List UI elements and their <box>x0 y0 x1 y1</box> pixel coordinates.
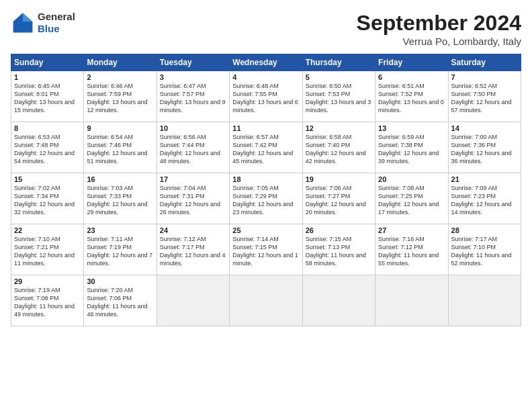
calendar-cell <box>375 275 448 326</box>
day-info: Sunrise: 7:00 AMSunset: 7:36 PMDaylight:… <box>451 134 512 165</box>
calendar-cell: 26 Sunrise: 7:15 AMSunset: 7:13 PMDaylig… <box>302 224 375 275</box>
logo-text: General Blue <box>38 11 75 35</box>
day-number: 4 <box>232 73 299 81</box>
calendar-table: SundayMondayTuesdayWednesdayThursdayFrid… <box>11 54 521 326</box>
calendar-cell: 23 Sunrise: 7:11 AMSunset: 7:19 PMDaylig… <box>84 224 157 275</box>
day-number: 10 <box>160 124 226 132</box>
location-title: Verrua Po, Lombardy, Italy <box>357 36 521 47</box>
calendar-cell: 9 Sunrise: 6:54 AMSunset: 7:46 PMDayligh… <box>84 122 157 173</box>
day-info: Sunrise: 6:57 AMSunset: 7:42 PMDaylight:… <box>232 134 293 165</box>
svg-marker-2 <box>13 13 23 22</box>
day-number: 8 <box>14 124 81 132</box>
calendar-cell: 6 Sunrise: 6:51 AMSunset: 7:52 PMDayligh… <box>375 71 448 122</box>
day-number: 2 <box>87 73 153 81</box>
day-number: 7 <box>451 73 518 81</box>
calendar-cell: 25 Sunrise: 7:14 AMSunset: 7:15 PMDaylig… <box>230 224 302 275</box>
day-info: Sunrise: 6:50 AMSunset: 7:53 PMDaylight:… <box>306 83 371 113</box>
calendar-cell <box>448 275 521 326</box>
day-info: Sunrise: 7:09 AMSunset: 7:23 PMDaylight:… <box>451 185 512 216</box>
day-info: Sunrise: 7:15 AMSunset: 7:13 PMDaylight:… <box>306 236 366 267</box>
calendar-cell: 17 Sunrise: 7:04 AMSunset: 7:31 PMDaylig… <box>157 173 229 224</box>
day-info: Sunrise: 6:56 AMSunset: 7:44 PMDaylight:… <box>160 134 220 165</box>
col-header-tuesday: Tuesday <box>157 54 229 71</box>
day-number: 12 <box>306 124 372 132</box>
calendar-cell: 16 Sunrise: 7:03 AMSunset: 7:33 PMDaylig… <box>84 173 157 224</box>
header: General Blue September 2024 Verrua Po, L… <box>11 11 521 47</box>
calendar-cell: 20 Sunrise: 7:08 AMSunset: 7:25 PMDaylig… <box>375 173 448 224</box>
day-info: Sunrise: 6:52 AMSunset: 7:50 PMDaylight:… <box>451 83 512 113</box>
day-info: Sunrise: 7:02 AMSunset: 7:34 PMDaylight:… <box>14 185 75 216</box>
day-info: Sunrise: 7:19 AMSunset: 7:08 PMDaylight:… <box>14 287 75 318</box>
week-row-1: 1 Sunrise: 6:45 AMSunset: 8:01 PMDayligh… <box>11 71 521 122</box>
day-number: 17 <box>160 175 226 183</box>
day-info: Sunrise: 7:14 AMSunset: 7:15 PMDaylight:… <box>232 236 298 267</box>
calendar-cell: 15 Sunrise: 7:02 AMSunset: 7:34 PMDaylig… <box>11 173 84 224</box>
day-number: 1 <box>14 73 81 81</box>
calendar-cell: 18 Sunrise: 7:05 AMSunset: 7:29 PMDaylig… <box>230 173 302 224</box>
calendar-cell: 22 Sunrise: 7:10 AMSunset: 7:21 PMDaylig… <box>11 224 84 275</box>
day-number: 18 <box>232 175 299 183</box>
day-number: 19 <box>306 175 372 183</box>
day-info: Sunrise: 7:17 AMSunset: 7:10 PMDaylight:… <box>451 236 512 267</box>
logo-icon <box>11 11 35 35</box>
calendar-cell: 7 Sunrise: 6:52 AMSunset: 7:50 PMDayligh… <box>448 71 521 122</box>
day-info: Sunrise: 7:08 AMSunset: 7:25 PMDaylight:… <box>378 185 439 216</box>
day-info: Sunrise: 6:51 AMSunset: 7:52 PMDaylight:… <box>378 83 444 113</box>
day-info: Sunrise: 6:47 AMSunset: 7:57 PMDaylight:… <box>160 83 226 113</box>
col-header-monday: Monday <box>84 54 157 71</box>
calendar-cell: 19 Sunrise: 7:06 AMSunset: 7:27 PMDaylig… <box>302 173 375 224</box>
calendar-cell: 14 Sunrise: 7:00 AMSunset: 7:36 PMDaylig… <box>448 122 521 173</box>
day-info: Sunrise: 7:03 AMSunset: 7:33 PMDaylight:… <box>87 185 147 216</box>
calendar-cell: 11 Sunrise: 6:57 AMSunset: 7:42 PMDaylig… <box>230 122 302 173</box>
calendar-cell: 1 Sunrise: 6:45 AMSunset: 8:01 PMDayligh… <box>11 71 84 122</box>
week-row-5: 29 Sunrise: 7:19 AMSunset: 7:08 PMDaylig… <box>11 275 521 326</box>
calendar-cell: 5 Sunrise: 6:50 AMSunset: 7:53 PMDayligh… <box>302 71 375 122</box>
day-info: Sunrise: 7:04 AMSunset: 7:31 PMDaylight:… <box>160 185 220 216</box>
col-header-friday: Friday <box>375 54 448 71</box>
day-info: Sunrise: 7:11 AMSunset: 7:19 PMDaylight:… <box>87 236 152 267</box>
calendar-cell: 12 Sunrise: 6:58 AMSunset: 7:40 PMDaylig… <box>302 122 375 173</box>
calendar-cell: 10 Sunrise: 6:56 AMSunset: 7:44 PMDaylig… <box>157 122 229 173</box>
day-number: 26 <box>306 226 372 234</box>
day-number: 24 <box>160 226 226 234</box>
day-number: 29 <box>14 277 81 285</box>
day-number: 11 <box>232 124 299 132</box>
col-header-wednesday: Wednesday <box>230 54 302 71</box>
calendar-cell: 8 Sunrise: 6:53 AMSunset: 7:48 PMDayligh… <box>11 122 84 173</box>
day-number: 20 <box>378 175 445 183</box>
calendar-cell <box>302 275 375 326</box>
calendar-cell <box>157 275 229 326</box>
calendar-cell: 21 Sunrise: 7:09 AMSunset: 7:23 PMDaylig… <box>448 173 521 224</box>
day-info: Sunrise: 7:05 AMSunset: 7:29 PMDaylight:… <box>232 185 293 216</box>
col-header-saturday: Saturday <box>448 54 521 71</box>
day-info: Sunrise: 7:10 AMSunset: 7:21 PMDaylight:… <box>14 236 75 267</box>
day-info: Sunrise: 7:20 AMSunset: 7:06 PMDaylight:… <box>87 287 147 318</box>
day-info: Sunrise: 6:54 AMSunset: 7:46 PMDaylight:… <box>87 134 147 165</box>
calendar-cell: 28 Sunrise: 7:17 AMSunset: 7:10 PMDaylig… <box>448 224 521 275</box>
calendar-cell: 30 Sunrise: 7:20 AMSunset: 7:06 PMDaylig… <box>84 275 157 326</box>
day-info: Sunrise: 7:16 AMSunset: 7:12 PMDaylight:… <box>378 236 439 267</box>
day-number: 5 <box>306 73 372 81</box>
month-title: September 2024 <box>357 11 521 36</box>
calendar-cell: 24 Sunrise: 7:12 AMSunset: 7:17 PMDaylig… <box>157 224 229 275</box>
calendar-cell <box>230 275 302 326</box>
day-number: 16 <box>87 175 153 183</box>
calendar-cell: 2 Sunrise: 6:46 AMSunset: 7:59 PMDayligh… <box>84 71 157 122</box>
day-info: Sunrise: 7:06 AMSunset: 7:27 PMDaylight:… <box>306 185 366 216</box>
day-info: Sunrise: 6:48 AMSunset: 7:55 PMDaylight:… <box>232 83 298 113</box>
day-number: 22 <box>14 226 81 234</box>
day-info: Sunrise: 6:59 AMSunset: 7:38 PMDaylight:… <box>378 134 439 165</box>
calendar-cell: 13 Sunrise: 6:59 AMSunset: 7:38 PMDaylig… <box>375 122 448 173</box>
day-number: 23 <box>87 226 153 234</box>
day-number: 30 <box>87 277 153 285</box>
day-info: Sunrise: 6:45 AMSunset: 8:01 PMDaylight:… <box>14 83 75 113</box>
col-header-sunday: Sunday <box>11 54 84 71</box>
svg-marker-1 <box>23 13 32 22</box>
day-number: 3 <box>160 73 226 81</box>
day-number: 27 <box>378 226 445 234</box>
day-info: Sunrise: 6:46 AMSunset: 7:59 PMDaylight:… <box>87 83 147 113</box>
calendar-cell: 29 Sunrise: 7:19 AMSunset: 7:08 PMDaylig… <box>11 275 84 326</box>
day-number: 21 <box>451 175 518 183</box>
page: General Blue September 2024 Verrua Po, L… <box>0 0 532 411</box>
week-row-2: 8 Sunrise: 6:53 AMSunset: 7:48 PMDayligh… <box>11 122 521 173</box>
